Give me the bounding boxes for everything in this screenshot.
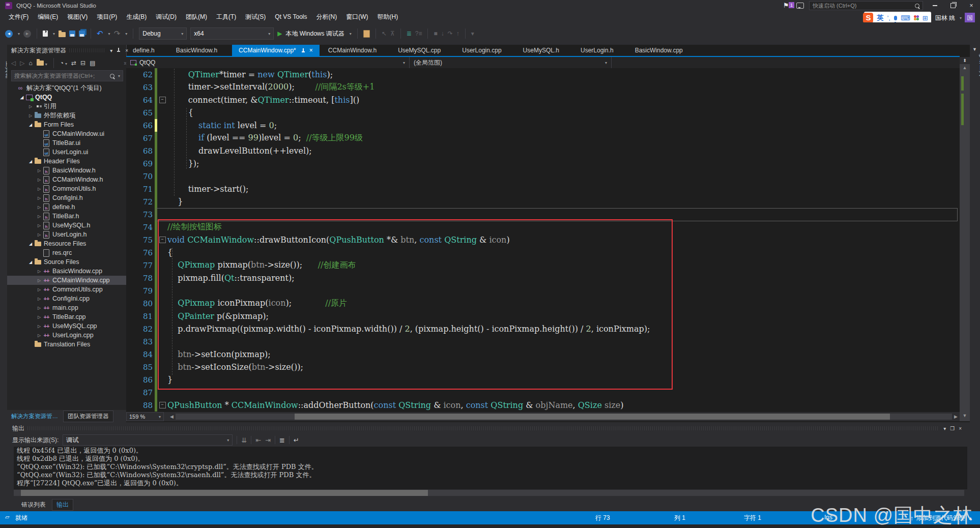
code-line-70[interactable]: 70 [126,170,960,183]
menu-item-测试(S)[interactable]: 测试(S) [241,11,270,22]
window-position-icon[interactable]: ▾ [941,426,948,431]
menu-item-分析(N)[interactable]: 分析(N) [311,11,341,22]
save-icon[interactable] [69,31,75,37]
sogou-logo-icon[interactable]: S [863,13,873,23]
menu-item-编辑(E)[interactable]: 编辑(E) [33,11,63,22]
scroll-up-icon[interactable]: ▲ [960,65,970,70]
collapse-all-icon[interactable]: ⊟ [80,60,85,67]
scroll-left-icon[interactable]: ◀ [168,414,176,419]
quick-launch-input[interactable]: 快速启动 (Ctrl+Q) [809,1,923,10]
editor-tab-define.h[interactable]: define.h [126,45,161,56]
properties-icon[interactable]: ▤ [90,60,95,67]
switch-views-icon[interactable]: ▾ [37,59,47,67]
ime-toolbox-icon[interactable]: ⊞ [923,14,928,22]
diagnostic-tools-vertical-tab[interactable]: 诊断工具 [978,47,980,83]
tree-item-QtQQ[interactable]: ◢QtQQ [7,93,126,102]
expanded-arrow-icon[interactable]: ◢ [27,242,34,246]
code-line-88[interactable]: 88−QPushButton * CCMainWindow::addOtherB… [126,399,960,412]
collapsed-arrow-icon[interactable]: ▷ [36,178,42,182]
code-line-67[interactable]: 67 if (level == 99)level = 0; //等级上限99级 [126,132,960,144]
tree-item-res.qrc[interactable]: res.qrc [7,248,126,257]
tree-item-UseMySQL.cpp[interactable]: ▷++UseMySQL.cpp [7,321,126,331]
microphone-icon[interactable] [894,16,897,20]
editor-tab-CCMainWindow.h[interactable]: CCMainWindow.h [322,45,383,56]
tree-item-Header Files[interactable]: ◢Header Files [7,157,126,166]
parameter-info-icon[interactable]: ?≡ [415,30,422,37]
collapsed-arrow-icon[interactable]: ▷ [36,214,42,219]
step-over-icon[interactable]: ↷ [448,30,453,37]
start-debug-icon[interactable]: ▶ [277,30,282,37]
find-message-icon[interactable]: ⇊ [241,436,247,444]
collapsed-arrow-icon[interactable]: ▷ [36,232,42,237]
menu-item-视图(V)[interactable]: 视图(V) [63,11,92,22]
stop-debug-icon[interactable]: ■ [434,30,437,37]
keyboard-icon[interactable]: ⌨ [901,14,910,22]
tree-item-UseMySQL.h[interactable]: ▷hUseMySQL.h [7,221,126,230]
menu-item-团队(M)[interactable]: 团队(M) [181,11,212,22]
outline-margin[interactable]: − [157,97,167,103]
tree-item-ConfigIni.h[interactable]: ▷hConfigIni.h [7,193,126,202]
pin-icon[interactable] [114,48,123,53]
code-line-64[interactable]: 64− connect(timer, &QTimer::timeout, [th… [126,94,960,106]
scroll-down-icon[interactable]: ▼ [960,413,970,418]
tree-item-CommonUtils.cpp[interactable]: ▷++CommonUtils.cpp [7,285,126,294]
new-file-icon[interactable] [43,31,48,37]
scrollbar-thumb[interactable] [295,414,890,420]
editor-tab-UseMySQL.cpp[interactable]: UseMySQL.cpp [391,45,447,56]
account-area[interactable]: 国林 姚 ▾ 国 [935,13,975,23]
editor-tab-UserLogin.cpp[interactable]: UserLogin.cpp [455,45,508,56]
collapse-region-icon[interactable]: − [159,402,166,408]
output-horizontal-scrollbar[interactable] [14,490,964,496]
expanded-arrow-icon[interactable]: ◢ [27,260,34,265]
tree-item-define.h[interactable]: ▷hdefine.h [7,202,126,212]
collapsed-arrow-icon[interactable]: ▷ [36,287,42,292]
ime-skin-icon[interactable] [914,15,919,20]
restore-button[interactable] [946,1,960,10]
tree-item-ConfigIni.cpp[interactable]: ▷++ConfigIni.cpp [7,294,126,303]
clear-all-icon[interactable]: ≣ [279,436,285,444]
tree-item-CCMainWindow.cpp[interactable]: ▷++CCMainWindow.cpp [7,276,126,285]
collapsed-arrow-icon[interactable]: ▷ [36,196,42,200]
tree-item-UserLogin.ui[interactable]: uiUserLogin.ui [7,148,126,157]
code-line-63[interactable]: 63 timer->setInterval(2000); //间隔2s等级+1 [126,81,960,94]
step-out-icon[interactable]: ↑ [456,30,459,37]
undo-icon[interactable]: ↶ [97,29,103,38]
go-previous-icon[interactable]: ⇤ [255,436,261,444]
editor-tab-UserLogin.h[interactable]: UserLogin.h [574,45,620,56]
collapsed-arrow-icon[interactable]: ▷ [36,306,42,310]
tree-item-main.cpp[interactable]: ▷++main.cpp [7,303,126,312]
output-text-area[interactable]: 线程 0x45f4 已退出，返回值为 0 (0x0)。线程 0x2db8 已退出… [14,447,967,489]
sync-with-active-document-icon[interactable]: ⇄ [71,60,76,67]
menu-item-项目(P)[interactable]: 项目(P) [92,11,122,22]
close-icon[interactable]: × [309,47,313,54]
collapsed-arrow-icon[interactable]: ▷ [36,278,42,283]
tree-item-TitleBar.cpp[interactable]: ▷++TitleBar.cpp [7,312,126,321]
code-line-69[interactable]: 69 }); [126,157,960,170]
toolbar-options-icon[interactable]: ▾ [471,30,474,37]
code-line-65[interactable]: 65 { [126,106,960,119]
menu-item-调试(D)[interactable]: 调试(D) [151,11,181,22]
collapsed-arrow-icon[interactable]: ▷ [36,187,42,191]
collapsed-arrow-icon[interactable]: ▷ [36,205,42,210]
list-members-icon[interactable]: ≣ [407,30,412,37]
expanded-arrow-icon[interactable]: ◢ [19,95,25,100]
output-source-select[interactable]: 调试 ▾ [63,434,233,446]
avatar[interactable]: 国 [965,13,975,23]
tab-team-explorer[interactable]: 团队资源管理器 [63,410,113,422]
start-debug-label[interactable]: 本地 Windows 调试器 [285,30,344,38]
tree-item-Translation Files[interactable]: Translation Files [7,340,126,349]
minimize-button[interactable] [928,1,941,10]
expanded-arrow-icon[interactable]: ◢ [27,123,34,127]
tab-list-dropdown-icon[interactable]: ▼ [972,47,977,526]
breadcrumb-scope-select[interactable]: (全局范围) ▾ [410,57,612,68]
solution-config-select[interactable]: Debug ▾ [139,27,187,40]
tree-item-BasicWindow.cpp[interactable]: ▷++BasicWindow.cpp [7,267,126,276]
window-position-icon[interactable]: ▾ [108,48,114,53]
collapsed-arrow-icon[interactable]: ▷ [27,113,34,118]
home-icon[interactable]: ⌂ [28,60,32,67]
collapsed-arrow-icon[interactable]: ▷ [36,223,42,228]
outline-margin[interactable]: − [157,402,167,408]
status-line[interactable]: 行 73 [595,514,610,522]
close-button[interactable]: × [965,1,978,10]
solution-platform-select[interactable]: x64 ▾ [190,27,274,40]
